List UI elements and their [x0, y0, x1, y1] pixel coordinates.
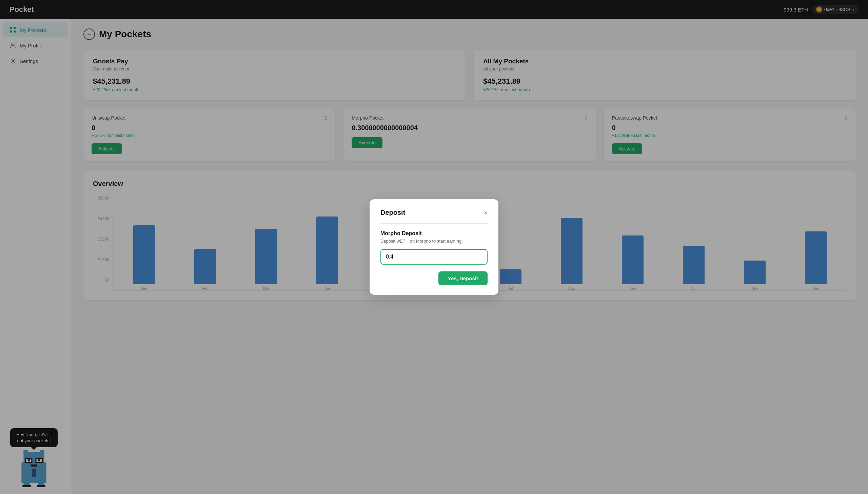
modal-title: Deposit: [381, 209, 405, 216]
modal-actions: Yes, Deposit: [381, 271, 487, 285]
modal-subtitle: Morpho Deposit: [381, 230, 487, 236]
deposit-amount-input[interactable]: [381, 249, 487, 265]
modal-divider: [381, 223, 487, 224]
modal-header: Deposit ×: [381, 209, 487, 216]
modal-close-button[interactable]: ×: [484, 210, 487, 216]
deposit-modal: Deposit × Morpho Deposit Deposit wETH on…: [370, 199, 498, 295]
modal-description: Deposit wETH on Morpho to start earning.: [381, 239, 487, 244]
modal-overlay[interactable]: Deposit × Morpho Deposit Deposit wETH on…: [0, 0, 868, 494]
yes-deposit-button[interactable]: Yes, Deposit: [438, 271, 487, 285]
